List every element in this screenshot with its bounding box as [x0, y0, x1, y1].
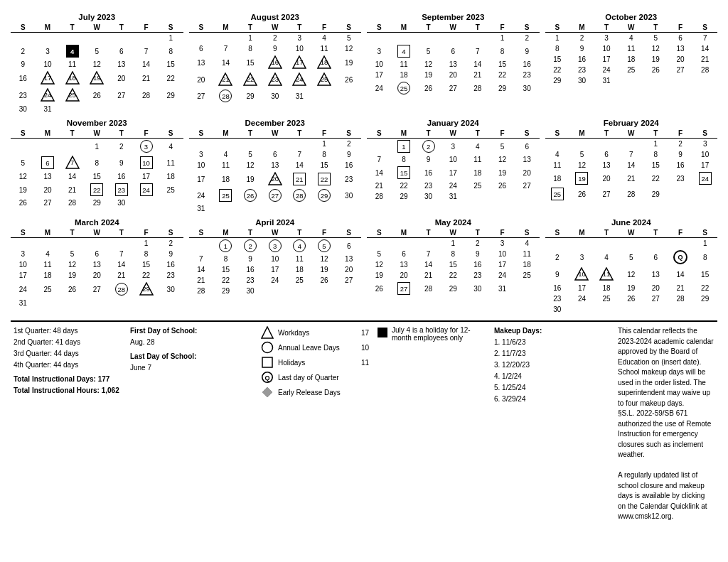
empty-cell	[11, 139, 36, 155]
calendar-day: 29	[312, 188, 337, 203]
calendar-day: 14	[109, 259, 134, 270]
day-header: S	[367, 23, 392, 33]
empty-cell	[85, 33, 109, 44]
calendar-day: 9	[336, 149, 361, 160]
total-hours: Total Instructional Hours: 1,062	[14, 387, 119, 394]
day-header: T	[416, 23, 441, 33]
day-header: W	[619, 129, 643, 139]
calendar-day: 5	[11, 154, 36, 171]
empty-cell	[619, 139, 643, 150]
makeup-day: 2. 11/7/23	[494, 349, 609, 359]
calendar-day: 1	[134, 238, 159, 249]
calendar-table: SMTWTFS123456789101112131415 16 17 18 19…	[189, 23, 362, 104]
day-header: T	[643, 228, 668, 238]
calendar-table: SMTWTFS123456789101112131415161718192021…	[367, 23, 540, 96]
day-header: S	[367, 228, 392, 238]
calendar-day: 31	[594, 75, 619, 86]
calendar-day: 5	[490, 139, 515, 155]
empty-cell	[545, 238, 570, 249]
calendar-day: 19	[336, 54, 361, 71]
calendar-table: SMTWTFS123456 7 891011121314151617181920…	[11, 129, 183, 208]
calendar-day: 29	[134, 281, 159, 298]
calendar-day: 17	[569, 283, 594, 293]
day-header: T	[238, 23, 263, 33]
makeup-day: 3. 12/20/23	[494, 360, 609, 370]
day-header: T	[109, 129, 134, 139]
calendar-day: 17	[594, 54, 619, 65]
day-header: T	[109, 228, 134, 238]
calendar-day: 8	[692, 249, 717, 266]
calendar-day: 10	[367, 59, 392, 70]
calendar-day: 3	[11, 249, 36, 259]
empty-cell	[441, 33, 466, 44]
empty-cell	[262, 286, 287, 296]
calendar-day: 2	[336, 139, 361, 150]
empty-cell	[134, 104, 159, 114]
calendar-day: 4	[312, 33, 337, 44]
day-header: M	[392, 228, 417, 238]
calendar-day: 3	[692, 139, 717, 150]
calendar-table: SMTWTFS123456789101112131415161718192021…	[545, 23, 718, 86]
calendar-day: 22	[238, 71, 263, 88]
calendar-day: 20	[189, 71, 214, 88]
calendar-day: 15	[312, 160, 337, 171]
legend-row: Workdays17	[261, 326, 369, 339]
day-header: T	[643, 129, 668, 139]
calendar-day: 31	[441, 191, 466, 202]
empty-cell	[213, 203, 238, 214]
calendar-day: 29	[643, 186, 668, 202]
calendar-day: 9	[515, 43, 540, 59]
calendar-day: 10	[134, 154, 159, 171]
calendar-day: 17	[287, 54, 312, 71]
calendar-day: 19	[490, 165, 515, 180]
empty-cell	[287, 203, 312, 214]
calendar-day: 1	[490, 33, 515, 44]
calendar-table: SMTWTFS12345678910111213141516171819 20 …	[189, 129, 362, 214]
day-header: M	[36, 129, 60, 139]
calendar-day: 9	[416, 154, 441, 165]
calendar-day: 24	[287, 71, 312, 88]
month-title: February 2024	[545, 119, 718, 127]
calendar-day: 1	[441, 238, 466, 249]
calendar-day: 16	[416, 165, 441, 180]
empty-cell	[367, 139, 392, 155]
empty-cell	[109, 33, 134, 44]
empty-cell	[692, 304, 717, 315]
calendar-day: 14	[367, 165, 392, 180]
calendar-day: 26	[569, 186, 594, 202]
calendar-day: 11	[159, 154, 183, 171]
calendar-table: SMTWTFS123456789101112131415161718192021…	[189, 228, 362, 296]
calendar-day: 17	[189, 171, 214, 188]
calendar-day: 15	[392, 165, 417, 180]
calendar-day: 28	[668, 293, 693, 304]
day-header: S	[336, 129, 361, 139]
calendar-day: 4	[545, 149, 570, 160]
empty-cell	[515, 191, 540, 202]
calendar-day: 4	[36, 249, 60, 259]
month-block: July 2023 SMTWTFS12345678910111213141516…	[11, 13, 183, 114]
day-header: T	[238, 228, 263, 238]
calendar-day: 10	[189, 160, 214, 171]
legend-label: Early Release Days	[278, 389, 341, 396]
calendar-day: 21	[692, 54, 717, 65]
month-block: September 2023 SMTWTFS123456789101112131…	[367, 13, 540, 114]
calendar-day: 7	[189, 254, 214, 264]
svg-marker-18	[262, 327, 273, 338]
calendar-day: 26	[490, 180, 515, 191]
day-header: T	[287, 228, 312, 238]
last-day-label: Last Day of School:	[130, 352, 252, 362]
calendar-day: 13	[109, 59, 134, 70]
calendar-day: 11	[619, 43, 643, 54]
calendar-day: 26	[238, 188, 263, 203]
calendar-day: 16	[159, 259, 183, 270]
calendar-day: 29	[490, 80, 515, 96]
calendar-day: 9	[545, 266, 570, 283]
calendar-day: 20	[36, 182, 60, 198]
empty-cell	[392, 33, 417, 44]
day-header: W	[85, 228, 109, 238]
total-days: Total Instructional Days: 177	[14, 375, 109, 383]
calendar-day: 2	[11, 43, 36, 59]
calendar-day: 21	[367, 180, 392, 191]
calendar-day: 22	[159, 70, 183, 87]
calendar-day: 18	[545, 171, 570, 186]
